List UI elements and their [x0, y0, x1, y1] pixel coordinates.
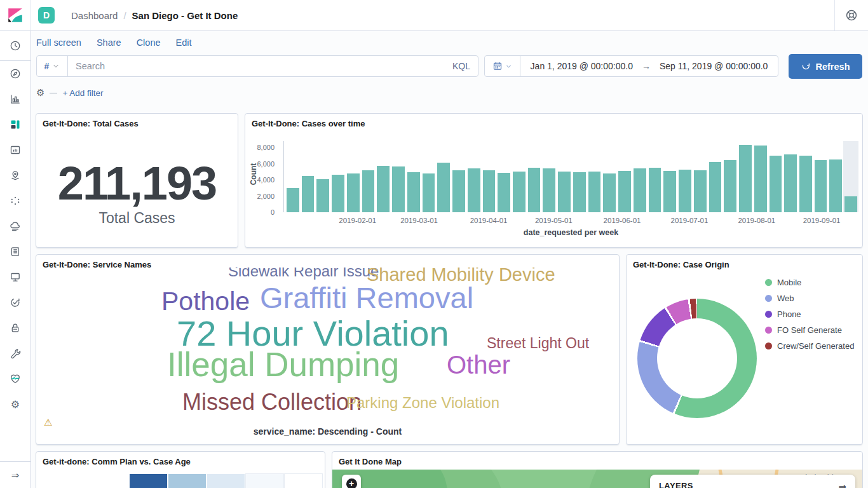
- bar-week-18[interactable]: [557, 141, 572, 212]
- bar-week-34[interactable]: [798, 141, 813, 212]
- bar-week-27[interactable]: [693, 141, 708, 212]
- start-date[interactable]: Jan 1, 2019 @ 00:00:00.0: [531, 61, 633, 71]
- bar-week-4[interactable]: [346, 141, 361, 212]
- tag-missed-collection[interactable]: Missed Collection: [182, 389, 362, 415]
- bar[interactable]: [844, 196, 857, 212]
- bar[interactable]: [770, 156, 782, 212]
- tag-pothole[interactable]: Pothole: [161, 287, 250, 316]
- bar[interactable]: [347, 173, 360, 212]
- bar-week-12[interactable]: [466, 141, 482, 212]
- heatmap-cell[interactable]: [246, 474, 283, 488]
- quick-select-button[interactable]: [485, 56, 520, 76]
- sidebar-collapse-button[interactable]: ⇒: [0, 461, 31, 488]
- bar[interactable]: [437, 163, 450, 212]
- bar[interactable]: [739, 145, 752, 212]
- bar[interactable]: [754, 146, 767, 212]
- bar[interactable]: [573, 172, 586, 212]
- help-button[interactable]: [845, 9, 858, 22]
- kibana-logo[interactable]: [0, 0, 31, 30]
- bar-week-9[interactable]: [421, 141, 437, 212]
- bar-week-2[interactable]: [315, 141, 330, 212]
- bar-week-23[interactable]: [632, 141, 648, 212]
- bar-week-6[interactable]: [376, 141, 391, 212]
- bar-week-20[interactable]: [587, 141, 602, 212]
- sidebar-item-machine-learning[interactable]: [0, 188, 31, 214]
- legend-item[interactable]: Web: [765, 294, 854, 303]
- bar[interactable]: [634, 168, 646, 212]
- bar-week-26[interactable]: [677, 141, 693, 212]
- bar-week-1[interactable]: [301, 141, 316, 212]
- menu-edit[interactable]: Edit: [176, 37, 192, 48]
- bar[interactable]: [287, 188, 299, 212]
- bar-week-7[interactable]: [391, 141, 406, 212]
- sidebar-item-stack-monitoring[interactable]: [0, 366, 31, 391]
- bar[interactable]: [528, 168, 541, 212]
- menu-full-screen[interactable]: Full screen: [36, 37, 81, 48]
- map-zoom-in-button[interactable]: +: [342, 475, 361, 488]
- bar[interactable]: [392, 166, 405, 212]
- bar-week-0[interactable]: [285, 141, 301, 212]
- layers-collapse-icon[interactable]: ⇒: [838, 481, 846, 488]
- bar-week-15[interactable]: [512, 141, 527, 212]
- heatmap-cell[interactable]: [207, 474, 245, 488]
- add-filter-link[interactable]: + Add filter: [62, 88, 103, 98]
- sidebar-item-dev-tools[interactable]: [0, 341, 31, 366]
- bar[interactable]: [362, 170, 375, 212]
- bar[interactable]: [618, 171, 631, 212]
- sidebar-item-uptime[interactable]: [0, 290, 31, 315]
- bar-week-13[interactable]: [482, 141, 497, 212]
- bar[interactable]: [679, 170, 691, 212]
- bar[interactable]: [332, 175, 344, 212]
- sidebar-item-apm[interactable]: [0, 264, 31, 290]
- breadcrumb-dashboard[interactable]: Dashboard: [71, 10, 118, 21]
- filter-gear-icon[interactable]: ⚙: [36, 87, 44, 98]
- bar-week-14[interactable]: [496, 141, 512, 212]
- legend-item[interactable]: Crew/Self Generated: [765, 341, 854, 351]
- bar-week-5[interactable]: [361, 141, 376, 212]
- bar[interactable]: [423, 173, 435, 212]
- bar[interactable]: [815, 160, 827, 212]
- bar-week-8[interactable]: [406, 141, 421, 212]
- bar-week-31[interactable]: [753, 141, 768, 212]
- bar-week-29[interactable]: [722, 141, 738, 212]
- bar[interactable]: [558, 172, 571, 212]
- sidebar-item-siem[interactable]: [0, 315, 31, 341]
- bar[interactable]: [513, 172, 526, 212]
- space-badge[interactable]: D: [38, 7, 55, 24]
- tag-other[interactable]: Other: [447, 350, 510, 379]
- sidebar-item-dashboard[interactable]: [0, 112, 31, 137]
- bar[interactable]: [316, 179, 329, 212]
- bar[interactable]: [829, 159, 842, 212]
- bar[interactable]: [498, 173, 510, 212]
- bar-week-16[interactable]: [527, 141, 542, 212]
- bar[interactable]: [452, 170, 465, 212]
- bar-week-25[interactable]: [662, 141, 677, 212]
- legend-item[interactable]: Phone: [765, 309, 854, 319]
- sidebar-item-discover[interactable]: [0, 61, 31, 86]
- bar[interactable]: [709, 162, 722, 212]
- heatmap-cell[interactable]: [168, 474, 206, 488]
- bar-week-10[interactable]: [436, 141, 451, 212]
- sidebar-item-management[interactable]: ⚙: [0, 391, 31, 417]
- donut-chart[interactable]: [637, 299, 757, 418]
- bar-week-30[interactable]: [738, 141, 753, 212]
- heatmap-cell[interactable]: [285, 474, 322, 488]
- end-date[interactable]: Sep 11, 2019 @ 00:00:00.0: [660, 61, 768, 71]
- bar-week-35[interactable]: [813, 141, 829, 212]
- bar-week-33[interactable]: [783, 141, 798, 212]
- bar-week-36[interactable]: [828, 141, 843, 212]
- bar[interactable]: [407, 172, 420, 212]
- map-layers-panel[interactable]: LAYERS ⇒: [650, 475, 855, 488]
- tag-graffiti-removal[interactable]: Graffiti Removal: [260, 281, 473, 315]
- bar[interactable]: [377, 166, 390, 212]
- refresh-button[interactable]: Refresh: [789, 54, 862, 79]
- bar[interactable]: [663, 171, 676, 212]
- legend-item[interactable]: Mobile: [765, 278, 854, 287]
- tag-sidewalk-repair-issue[interactable]: Sidewalk Repair Issue: [228, 268, 379, 280]
- tag-parking-zone-violation[interactable]: Parking Zone Violation: [346, 394, 499, 412]
- bar[interactable]: [603, 173, 616, 212]
- sidebar-item-canvas[interactable]: [0, 137, 31, 163]
- bar[interactable]: [799, 156, 812, 212]
- sidebar-item-recently-viewed[interactable]: [0, 31, 31, 60]
- sidebar-item-logs[interactable]: [0, 239, 31, 264]
